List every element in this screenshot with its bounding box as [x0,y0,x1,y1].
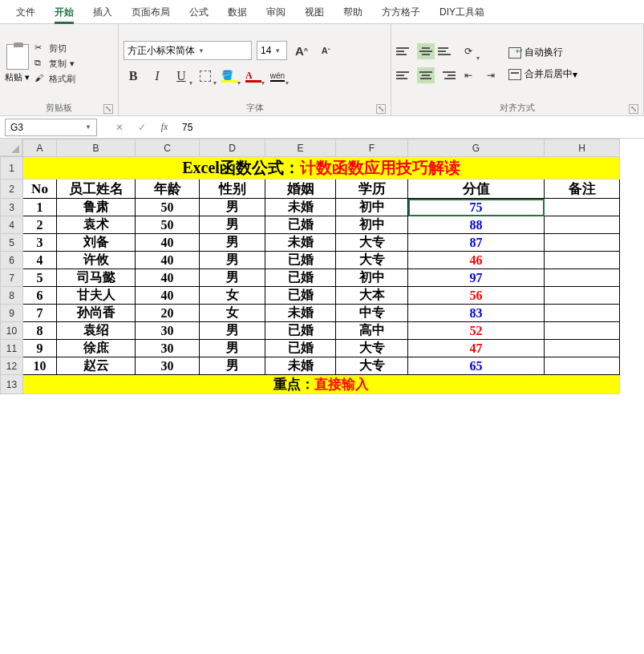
cell-sex[interactable]: 女 [200,305,265,322]
menu-帮助[interactable]: 帮助 [334,0,372,24]
decrease-font-button[interactable]: Aˇ [316,41,335,60]
menu-审阅[interactable]: 审阅 [257,0,295,24]
cell-sex[interactable]: 男 [200,322,265,340]
cell-sex[interactable]: 男 [200,252,265,269]
cell-remark[interactable] [545,305,620,322]
cell-sex[interactable]: 男 [200,216,265,234]
cell-value[interactable]: 46 [408,252,545,269]
spreadsheet-grid[interactable]: ABCDEFGH1Excel函数公式：计数函数应用技巧解读2No员工姓名年龄性别… [0,139,644,394]
cell-remark[interactable] [545,357,620,375]
row-header-8[interactable]: 8 [1,287,23,305]
cell-education[interactable]: 高中 [336,322,408,340]
cell-no[interactable]: 9 [23,340,57,357]
menu-公式[interactable]: 公式 [180,0,218,24]
row-header-7[interactable]: 7 [1,269,23,287]
phonetic-button[interactable]: wén [268,67,287,86]
cell-marriage[interactable]: 已婚 [265,269,336,287]
footer-cell[interactable]: 重点：直接输入 [23,375,620,394]
cell-name[interactable]: 孙尚香 [57,305,136,322]
cell-education[interactable]: 大专 [336,340,408,357]
cell-no[interactable]: 10 [23,357,57,375]
cell-value[interactable]: 56 [408,287,545,305]
decrease-indent-button[interactable]: ⇤ [459,66,478,85]
border-button[interactable] [196,67,215,86]
col-header-F[interactable]: F [336,139,408,157]
font-launcher[interactable]: ⤡ [376,104,386,114]
menu-DIY工具箱[interactable]: DIY工具箱 [430,0,494,24]
fill-color-button[interactable]: 🪣 [220,67,239,86]
cell-age[interactable]: 40 [136,234,200,252]
name-box[interactable]: G3▼ [5,119,97,136]
menu-文件[interactable]: 文件 [6,0,45,24]
cell-age[interactable]: 30 [136,357,200,375]
cell-no[interactable]: 2 [23,216,57,234]
cancel-button[interactable]: ✕ [108,119,131,136]
cell-age[interactable]: 30 [136,340,200,357]
menu-开始[interactable]: 开始 [45,0,83,24]
table-header[interactable]: 员工姓名 [57,180,136,199]
cell-education[interactable]: 大专 [336,252,408,269]
menu-页面布局[interactable]: 页面布局 [122,0,180,24]
cell-remark[interactable] [545,216,620,234]
col-header-E[interactable]: E [265,139,336,157]
cell-value[interactable]: 88 [408,216,545,234]
cell-no[interactable]: 8 [23,322,57,340]
row-header-9[interactable]: 9 [1,305,23,322]
cell-marriage[interactable]: 已婚 [265,322,336,340]
cell-sex[interactable]: 女 [200,287,265,305]
cell-remark[interactable] [545,322,620,340]
cell-marriage[interactable]: 已婚 [265,287,336,305]
italic-button[interactable]: I [148,67,167,86]
cell-value[interactable]: 75 [408,199,545,216]
cell-age[interactable]: 20 [136,305,200,322]
underline-button[interactable]: U [172,67,191,86]
cell-no[interactable]: 5 [23,269,57,287]
cell-marriage[interactable]: 未婚 [265,305,336,322]
row-header-10[interactable]: 10 [1,322,23,340]
cell-value[interactable]: 47 [408,340,545,357]
col-header-B[interactable]: B [57,139,136,157]
align-bottom-button[interactable] [438,43,456,59]
cell-age[interactable]: 40 [136,269,200,287]
align-top-button[interactable] [396,43,414,59]
row-header-3[interactable]: 3 [1,199,23,216]
cell-remark[interactable] [545,340,620,357]
cell-marriage[interactable]: 已婚 [265,252,336,269]
insert-function-button[interactable]: fx [153,119,176,136]
row-header-13[interactable]: 13 [1,375,23,394]
cell-value[interactable]: 65 [408,357,545,375]
cell-name[interactable]: 赵云 [57,357,136,375]
cell-marriage[interactable]: 未婚 [265,199,336,216]
menu-数据[interactable]: 数据 [218,0,257,24]
cell-sex[interactable]: 男 [200,357,265,375]
cell-value[interactable]: 87 [408,234,545,252]
cell-education[interactable]: 初中 [336,199,408,216]
table-header[interactable]: 年龄 [136,180,200,199]
cell-age[interactable]: 30 [136,322,200,340]
cell-education[interactable]: 大专 [336,234,408,252]
menu-方方格子[interactable]: 方方格子 [372,0,430,24]
cell-education[interactable]: 大专 [336,357,408,375]
cell-remark[interactable] [545,199,620,216]
font-size-select[interactable]: 14▼ [257,41,287,60]
cell-sex[interactable]: 男 [200,234,265,252]
col-header-D[interactable]: D [200,139,265,157]
cell-no[interactable]: 1 [23,199,57,216]
cell-name[interactable]: 徐庶 [57,340,136,357]
cell-sex[interactable]: 男 [200,340,265,357]
table-header[interactable]: 学历 [336,180,408,199]
cell-name[interactable]: 袁术 [57,216,136,234]
align-right-button[interactable] [438,67,456,83]
font-name-select[interactable]: 方正小标宋简体▼ [124,41,252,60]
cell-no[interactable]: 7 [23,305,57,322]
align-middle-button[interactable] [417,43,435,59]
cell-name[interactable]: 甘夫人 [57,287,136,305]
col-header-C[interactable]: C [136,139,200,157]
menu-插入[interactable]: 插入 [83,0,122,24]
format-painter-button[interactable]: 🖌格式刷 [34,73,75,85]
cell-value[interactable]: 52 [408,322,545,340]
cell-education[interactable]: 大本 [336,287,408,305]
align-center-button[interactable] [417,67,435,83]
paste-button[interactable]: 粘贴 ▾ [5,44,30,83]
cell-sex[interactable]: 男 [200,269,265,287]
